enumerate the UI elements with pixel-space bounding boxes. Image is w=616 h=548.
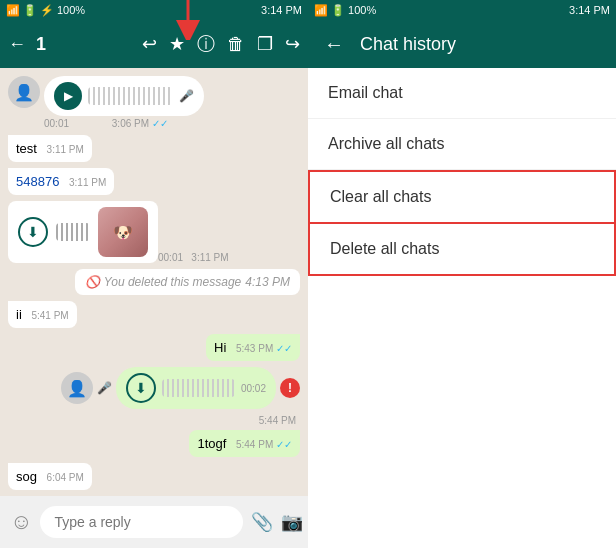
deleted-icon: 🚫 bbox=[85, 275, 100, 289]
forward-icon[interactable]: ↪ bbox=[285, 33, 300, 55]
audio-message[interactable]: ▶ 🎤 bbox=[44, 76, 204, 116]
time: 3:06 PM ✓✓ bbox=[112, 118, 168, 129]
message-row: 👤 🎤 ⬇ 00:02 ! bbox=[8, 367, 300, 409]
signal-text: 100% bbox=[57, 4, 85, 16]
reply-bar: ☺ 📎 📷 🎤 bbox=[0, 496, 308, 548]
menu-item-delete-all[interactable]: Delete all chats bbox=[308, 224, 616, 276]
message-row: ⬇ 🐶 00:01 3:11 PM bbox=[8, 201, 300, 263]
play-button[interactable]: ▶ bbox=[54, 82, 82, 110]
toolbar-actions: ↩ ★ ⓘ 🗑 ❐ ↪ bbox=[142, 32, 300, 56]
text-bubble: sog 6:04 PM bbox=[8, 463, 92, 490]
message-time: 5:43 PM bbox=[236, 343, 292, 354]
message-time: 5:41 PM bbox=[31, 310, 68, 321]
status-bar-left: 📶 🔋 ⚡ 100% bbox=[6, 4, 85, 17]
chat-area: 👤 ▶ 🎤 00:01 3:06 PM ✓✓ test 3:11 PM bbox=[0, 68, 308, 496]
message-time: 3:11 PM bbox=[47, 144, 84, 155]
chat-history-menu: Email chat Archive all chats Clear all c… bbox=[308, 68, 616, 548]
emoji-button[interactable]: ☺ bbox=[10, 509, 32, 535]
audio-message[interactable]: ⬇ 00:02 bbox=[116, 367, 276, 409]
avatar: 👤 bbox=[61, 372, 93, 404]
message-time: 3:11 PM bbox=[69, 177, 106, 188]
waveform bbox=[56, 223, 90, 241]
message-row: 🚫 You deleted this message 4:13 PM bbox=[8, 269, 300, 295]
right-status-left: 📶 🔋 100% bbox=[314, 4, 376, 17]
message-text: test bbox=[16, 141, 37, 156]
right-back-button[interactable]: ← bbox=[324, 33, 344, 56]
waveform bbox=[162, 379, 235, 397]
audio-outgoing-container: 👤 🎤 ⬇ 00:02 ! bbox=[61, 367, 300, 409]
image-placeholder: 🐶 bbox=[98, 207, 148, 257]
wifi-icon: 🔋 bbox=[23, 4, 37, 17]
back-button[interactable]: ← bbox=[8, 34, 26, 55]
text-bubble: Hi 5:43 PM bbox=[206, 334, 300, 361]
deleted-text: You deleted this message bbox=[104, 275, 241, 289]
message-row: 1togf 5:44 PM bbox=[8, 430, 300, 457]
copy-icon[interactable]: ❐ bbox=[257, 33, 273, 55]
message-time: 4:13 PM bbox=[245, 275, 290, 289]
chat-toolbar: ← 1 ↩ ★ ⓘ 🗑 ❐ ↪ bbox=[0, 20, 308, 68]
image-thumb: 🐶 bbox=[98, 207, 148, 257]
download-button[interactable]: ⬇ bbox=[126, 373, 156, 403]
message-text: Hi bbox=[214, 340, 226, 355]
message-row: ii 5:41 PM bbox=[8, 301, 300, 328]
message-row: test 3:11 PM bbox=[8, 135, 300, 162]
battery-icon: ⚡ bbox=[40, 4, 54, 17]
star-icon[interactable]: ★ bbox=[169, 33, 185, 55]
audio-download-bubble[interactable]: ⬇ 🐶 bbox=[8, 201, 158, 263]
selected-count: 1 bbox=[36, 34, 132, 55]
menu-item-email-chat[interactable]: Email chat bbox=[308, 68, 616, 119]
camera-button[interactable]: 📷 bbox=[281, 511, 303, 533]
info-icon[interactable]: ⓘ bbox=[197, 32, 215, 56]
text-bubble: ii 5:41 PM bbox=[8, 301, 77, 328]
reply-input[interactable] bbox=[40, 506, 243, 538]
message-text: ii bbox=[16, 307, 22, 322]
sim-icon: 📶 bbox=[6, 4, 20, 17]
status-bar-right: 3:14 PM bbox=[261, 4, 302, 16]
delete-icon[interactable]: 🗑 bbox=[227, 34, 245, 55]
message-text: sog bbox=[16, 469, 37, 484]
text-bubble: test 3:11 PM bbox=[8, 135, 92, 162]
deleted-message: 🚫 You deleted this message 4:13 PM bbox=[75, 269, 300, 295]
message-row: sog 6:04 PM bbox=[8, 463, 300, 490]
message-row: Hi 5:43 PM bbox=[8, 334, 300, 361]
download-button[interactable]: ⬇ bbox=[18, 217, 48, 247]
message-text: 1togf bbox=[197, 436, 226, 451]
duration: 00:02 bbox=[241, 383, 266, 394]
message-meta: 00:01 3:11 PM bbox=[158, 252, 229, 263]
right-status-icons: 📶 🔋 100% bbox=[314, 4, 376, 16]
duration: 00:01 bbox=[44, 118, 69, 129]
message-meta: 5:44 PM bbox=[8, 415, 300, 426]
waveform bbox=[88, 87, 173, 105]
reply-icon[interactable]: ↩ bbox=[142, 33, 157, 55]
left-status-bar: 📶 🔋 ⚡ 100% 3:14 PM bbox=[0, 0, 308, 20]
left-panel: 📶 🔋 ⚡ 100% 3:14 PM ← 1 ↩ ★ ⓘ bbox=[0, 0, 308, 548]
right-toolbar-title: Chat history bbox=[360, 34, 456, 55]
menu-item-clear-all[interactable]: Clear all chats bbox=[308, 170, 616, 224]
right-status-bar: 📶 🔋 100% 3:14 PM bbox=[308, 0, 616, 20]
right-toolbar: ← Chat history bbox=[308, 20, 616, 68]
status-time: 3:14 PM bbox=[261, 4, 302, 16]
mic-icon: 🎤 bbox=[179, 89, 194, 103]
right-panel: 📶 🔋 100% 3:14 PM ← Chat history Email ch… bbox=[308, 0, 616, 548]
link-text[interactable]: 548876 bbox=[16, 174, 59, 189]
right-status-time: 3:14 PM bbox=[569, 4, 610, 16]
error-badge: ! bbox=[280, 378, 300, 398]
message-time: 5:44 PM bbox=[236, 439, 292, 450]
mic-icon: 🎤 bbox=[97, 381, 112, 395]
message-meta: 00:01 3:06 PM ✓✓ bbox=[44, 118, 204, 129]
avatar: 👤 bbox=[8, 76, 40, 108]
menu-item-archive-all[interactable]: Archive all chats bbox=[308, 119, 616, 170]
message-time: 6:04 PM bbox=[47, 472, 84, 483]
attach-button[interactable]: 📎 bbox=[251, 511, 273, 533]
message-row: 👤 ▶ 🎤 00:01 3:06 PM ✓✓ bbox=[8, 76, 300, 129]
message-row: 548876 3:11 PM bbox=[8, 168, 300, 195]
text-bubble: 1togf 5:44 PM bbox=[189, 430, 300, 457]
text-bubble: 548876 3:11 PM bbox=[8, 168, 114, 195]
